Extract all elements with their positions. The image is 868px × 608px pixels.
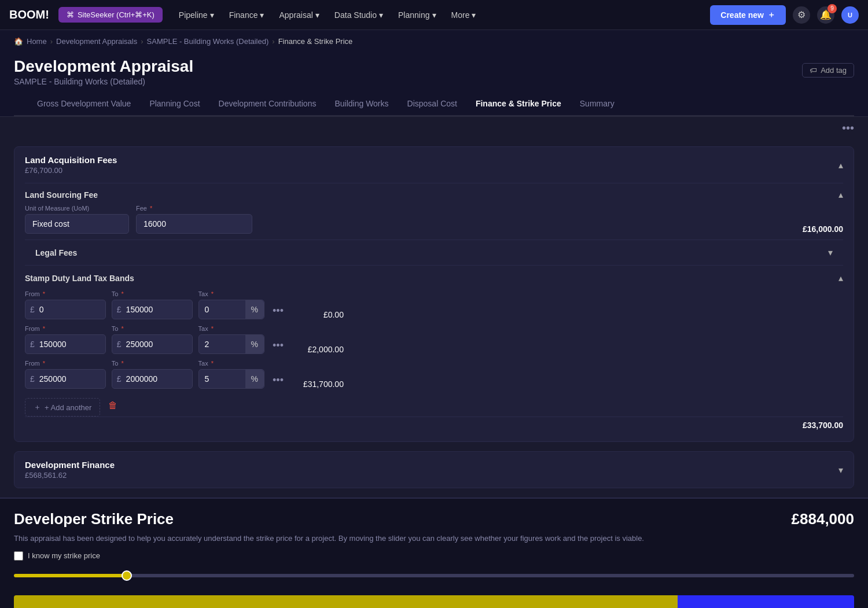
band2-from-input[interactable] bbox=[37, 335, 101, 353]
dev-finance-header[interactable]: Development Finance £568,561.62 ▾ bbox=[14, 452, 854, 488]
tab-finance-strike-price[interactable]: Finance & Strike Price bbox=[466, 92, 571, 116]
uom-label: Unit of Measure (UoM) bbox=[25, 205, 129, 212]
land-acquisition-title: Land Acquisition Fees bbox=[25, 155, 117, 165]
legal-fees-title: Legal Fees bbox=[35, 248, 77, 257]
siteseeker-button[interactable]: ⌘ SiteSeeker (Ctrl+⌘+K) bbox=[58, 7, 163, 23]
more-options-icon[interactable]: ••• bbox=[842, 121, 854, 135]
band1-amount: £0.00 bbox=[292, 310, 344, 319]
band2-tax-input[interactable] bbox=[199, 335, 245, 353]
fee-label: Fee * bbox=[136, 205, 252, 212]
tag-icon: 🏷 bbox=[810, 66, 817, 75]
land-acquisition-header[interactable]: Land Acquisition Fees £76,700.00 ▴ bbox=[14, 147, 854, 183]
currency-prefix-2: £ bbox=[117, 305, 122, 314]
band1-to-input[interactable] bbox=[124, 300, 187, 319]
settings-button[interactable]: ⚙ bbox=[793, 6, 810, 24]
more-options-row: ••• bbox=[14, 117, 854, 137]
dev-finance-title: Development Finance bbox=[25, 460, 115, 470]
strike-price-title: Developer Strike Price bbox=[14, 510, 174, 528]
page-header: Development Appraisal SAMPLE - Building … bbox=[0, 53, 868, 117]
breadcrumb-sep: › bbox=[50, 37, 53, 46]
bar-senior-debt: Senior Debt £8,192,664.23 bbox=[14, 595, 678, 609]
nav-appraisal[interactable]: Appraisal ▾ bbox=[272, 7, 326, 23]
uom-select[interactable]: Fixed cost % of GDV Per unit bbox=[25, 214, 129, 234]
tab-planning-cost[interactable]: Planning Cost bbox=[140, 92, 209, 116]
band1-tax-input[interactable] bbox=[199, 300, 245, 319]
chevron-down-icon: ▾ bbox=[472, 10, 476, 20]
band3-from-input[interactable] bbox=[37, 370, 101, 388]
land-acquisition-card: Land Acquisition Fees £76,700.00 ▴ Land … bbox=[14, 146, 854, 442]
land-sourcing-subsection: Land Sourcing Fee ▴ Unit of Measure (UoM… bbox=[14, 183, 854, 441]
nav-finance[interactable]: Finance ▾ bbox=[222, 7, 271, 23]
know-strike-label[interactable]: I know my strike price bbox=[28, 551, 100, 560]
band2-to-input[interactable] bbox=[124, 335, 187, 353]
know-strike-checkbox[interactable] bbox=[14, 551, 23, 561]
tab-building-works[interactable]: Building Works bbox=[325, 92, 398, 116]
land-sourcing-form-row: Unit of Measure (UoM) Fixed cost % of GD… bbox=[25, 205, 843, 234]
band3-tax-input[interactable] bbox=[199, 370, 245, 388]
land-acquisition-amount: £76,700.00 bbox=[25, 166, 117, 175]
stacked-bar: Senior Debt £8,192,664.23 Profit £2,138,… bbox=[14, 595, 854, 609]
bar-profit: Profit £2,138,085.77 bbox=[678, 595, 854, 609]
legal-fees-chevron-down: ▾ bbox=[828, 247, 833, 258]
breadcrumb-sample[interactable]: SAMPLE - Building Works (Detailed) bbox=[147, 37, 269, 46]
stamp-duty-band-3: From * £ To * £ Tax * bbox=[25, 360, 843, 389]
chevron-down-icon: ▾ bbox=[379, 10, 383, 20]
tab-development-contributions[interactable]: Development Contributions bbox=[209, 92, 326, 116]
land-sourcing-header[interactable]: Land Sourcing Fee ▴ bbox=[25, 183, 843, 205]
page-title: Development Appraisal bbox=[14, 57, 193, 76]
band3-to-input[interactable] bbox=[124, 370, 187, 388]
settings-icon: ⚙ bbox=[797, 9, 806, 20]
app-logo: BOOM! bbox=[9, 8, 49, 21]
strike-price-value: £884,000 bbox=[792, 510, 854, 528]
add-another-band-button[interactable]: ＋ + Add another bbox=[25, 398, 100, 417]
main-content: ••• Land Acquisition Fees £76,700.00 ▴ L… bbox=[0, 117, 868, 608]
band1-from-input[interactable] bbox=[37, 300, 101, 319]
percent-suffix-1: % bbox=[245, 300, 264, 319]
chevron-down-icon: ▾ bbox=[210, 10, 214, 20]
band1-more-options[interactable]: ••• bbox=[270, 303, 286, 319]
topnav: BOOM! ⌘ SiteSeeker (Ctrl+⌘+K) Pipeline ▾… bbox=[0, 0, 868, 30]
fee-input[interactable] bbox=[136, 214, 252, 234]
dev-finance-card: Development Finance £568,561.62 ▾ bbox=[14, 451, 854, 488]
delete-band-button[interactable]: 🗑 bbox=[106, 398, 120, 413]
nav-links: Pipeline ▾ Finance ▾ Appraisal ▾ Data St… bbox=[172, 7, 483, 23]
nav-pipeline[interactable]: Pipeline ▾ bbox=[172, 7, 221, 23]
breadcrumb: 🏠 Home › Development Appraisals › SAMPLE… bbox=[0, 30, 868, 53]
nav-data-studio[interactable]: Data Studio ▾ bbox=[328, 7, 390, 23]
stamp-duty-section: Stamp Duty Land Tax Bands ▴ From * £ To … bbox=[25, 265, 843, 433]
tab-gross-development-value[interactable]: Gross Development Value bbox=[28, 92, 140, 116]
breadcrumb-home[interactable]: Home bbox=[27, 37, 47, 46]
tab-disposal-cost[interactable]: Disposal Cost bbox=[398, 92, 466, 116]
add-tag-button[interactable]: 🏷 Add tag bbox=[802, 63, 854, 78]
nav-planning[interactable]: Planning ▾ bbox=[391, 7, 443, 23]
nav-more[interactable]: More ▾ bbox=[444, 7, 483, 23]
plus-icon: ＋ bbox=[767, 10, 775, 20]
nav-right: Create new ＋ ⚙ 🔔 9 U bbox=[710, 5, 859, 25]
stamp-duty-total: £33,700.00 bbox=[25, 417, 843, 433]
tabs-bar: Gross Development Value Planning Cost De… bbox=[14, 92, 854, 116]
create-new-button[interactable]: Create new ＋ bbox=[710, 5, 786, 25]
user-avatar[interactable]: U bbox=[841, 6, 859, 24]
stamp-duty-chevron-up: ▴ bbox=[838, 272, 843, 283]
chevron-down-icon: ▾ bbox=[315, 10, 319, 20]
band2-more-options[interactable]: ••• bbox=[270, 337, 286, 354]
land-sourcing-amount: £16,000.00 bbox=[803, 224, 843, 234]
band3-more-options[interactable]: ••• bbox=[270, 372, 286, 389]
chevron-up-icon: ▴ bbox=[838, 160, 843, 171]
land-sourcing-title: Land Sourcing Fee bbox=[25, 190, 98, 200]
tab-summary[interactable]: Summary bbox=[571, 92, 624, 116]
legal-fees-row[interactable]: Legal Fees ▾ bbox=[25, 239, 843, 265]
strike-price-description: This appraisal has been designed to help… bbox=[14, 533, 854, 544]
home-icon: 🏠 bbox=[14, 37, 23, 46]
plus-icon: ＋ bbox=[34, 402, 41, 412]
chevron-down-icon: ▾ bbox=[260, 10, 264, 20]
uom-field-group: Unit of Measure (UoM) Fixed cost % of GD… bbox=[25, 205, 129, 234]
strike-price-slider[interactable] bbox=[14, 574, 854, 577]
land-sourcing-chevron-up: ▴ bbox=[838, 189, 843, 200]
breadcrumb-dev-appraisals[interactable]: Development Appraisals bbox=[56, 37, 137, 46]
strike-price-slider-container bbox=[14, 570, 854, 588]
page-subtitle: SAMPLE - Building Works (Detailed) bbox=[14, 77, 193, 86]
notifications-button[interactable]: 🔔 9 bbox=[817, 6, 834, 24]
band2-amount: £2,000.00 bbox=[292, 345, 344, 354]
fee-field-group: Fee * bbox=[136, 205, 252, 234]
